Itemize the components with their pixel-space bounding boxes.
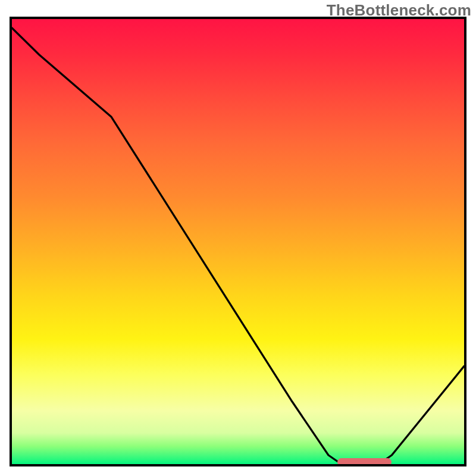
chart-frame: TheBottleneck.com: [0, 0, 476, 476]
plot-border: [10, 17, 466, 466]
curve-path: [12, 28, 464, 462]
optimal-range-marker: [337, 458, 392, 465]
bottleneck-curve: [12, 19, 464, 464]
plot-inner: [12, 19, 464, 464]
watermark-text: TheBottleneck.com: [327, 1, 471, 20]
